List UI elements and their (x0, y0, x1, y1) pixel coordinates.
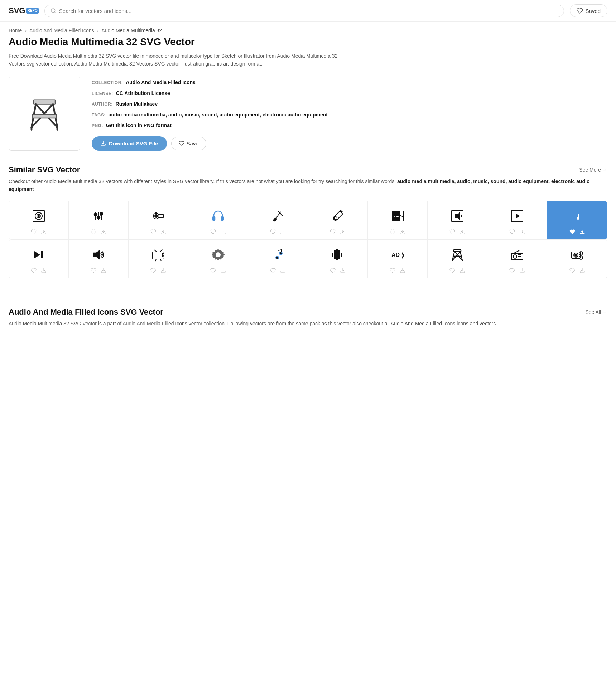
download-button[interactable] (279, 267, 287, 274)
list-item[interactable] (428, 201, 487, 239)
svg-marker-47 (516, 214, 520, 219)
list-item[interactable] (248, 240, 308, 278)
list-item[interactable] (69, 240, 129, 278)
like-button[interactable] (569, 267, 576, 274)
download-button[interactable] (100, 228, 107, 235)
svg-point-86 (513, 255, 517, 258)
download-button[interactable] (40, 267, 47, 274)
cell-actions (509, 228, 526, 235)
list-item[interactable] (69, 201, 129, 239)
download-button[interactable] (399, 267, 406, 274)
download-button[interactable] (459, 267, 466, 274)
svg-point-64 (216, 252, 221, 257)
list-item[interactable] (547, 240, 607, 278)
see-all-link[interactable]: See All → (585, 309, 607, 315)
cell-actions (569, 267, 586, 274)
list-item[interactable] (9, 240, 69, 278)
list-item[interactable] (129, 240, 188, 278)
download-button[interactable] (220, 267, 227, 274)
like-button[interactable] (389, 228, 396, 235)
like-button[interactable] (329, 228, 336, 235)
download-button[interactable] (220, 228, 227, 235)
list-item[interactable] (487, 201, 547, 239)
list-item[interactable] (129, 201, 188, 239)
similar-section-title: Similar SVG Vector (9, 165, 80, 174)
download-button[interactable] (399, 228, 406, 235)
like-button[interactable] (509, 267, 516, 274)
like-button[interactable] (509, 228, 516, 235)
download-button[interactable] (519, 228, 526, 235)
like-button[interactable] (449, 228, 456, 235)
icon-detail: COLLECTION: Audio And Media Filled Icons… (9, 77, 607, 151)
download-button[interactable] (459, 228, 466, 235)
icon-directors-chair (448, 245, 467, 264)
svg-rect-28 (213, 217, 215, 220)
download-button[interactable] (40, 228, 47, 235)
collection-section-header: Audio And Media Filled Icons SVG Vector … (9, 307, 607, 317)
like-button[interactable] (90, 228, 97, 235)
like-button[interactable] (30, 228, 37, 235)
download-button[interactable] (519, 267, 526, 274)
list-item[interactable] (308, 201, 368, 239)
like-button[interactable] (150, 228, 157, 235)
site-logo[interactable]: SVG REPO (9, 6, 39, 15)
icon-video-camera (149, 207, 168, 225)
download-button[interactable] (579, 228, 586, 235)
main-content: Audio Media Multimedia 32 SVG Vector Fre… (0, 36, 616, 327)
list-item[interactable] (188, 240, 248, 278)
svg-line-89 (514, 250, 519, 253)
download-button[interactable] (160, 267, 167, 274)
like-button[interactable] (389, 267, 396, 274)
like-button[interactable] (269, 228, 276, 235)
license-value: CC Attribution License (116, 90, 170, 96)
see-more-link[interactable]: See More → (579, 167, 607, 173)
list-item[interactable] (428, 240, 487, 278)
cell-actions (269, 267, 287, 274)
svg-rect-70 (332, 253, 333, 257)
list-item[interactable] (248, 201, 308, 239)
cell-actions (90, 267, 107, 274)
like-button[interactable] (150, 267, 157, 274)
download-button[interactable] (100, 267, 107, 274)
icon-meta: COLLECTION: Audio And Media Filled Icons… (92, 77, 607, 151)
like-button[interactable] (449, 267, 456, 274)
like-button[interactable] (210, 267, 217, 274)
list-item[interactable] (308, 240, 368, 278)
saved-button[interactable]: Saved (570, 4, 607, 17)
page-title: Audio Media Multimedia 32 SVG Vector (9, 36, 607, 48)
section-divider (9, 293, 607, 293)
breadcrumb-home[interactable]: Home (9, 28, 22, 33)
saved-label: Saved (585, 8, 601, 14)
download-button[interactable]: Download SVG File (92, 136, 167, 151)
svg-point-36 (334, 217, 337, 220)
like-button[interactable] (90, 267, 97, 274)
svg-rect-73 (338, 250, 340, 259)
like-button[interactable] (210, 228, 217, 235)
download-button[interactable] (579, 267, 586, 274)
list-item[interactable] (188, 201, 248, 239)
download-button[interactable] (339, 228, 346, 235)
svg-rect-71 (334, 250, 336, 259)
svg-point-93 (575, 254, 577, 256)
search-bar[interactable] (44, 5, 564, 17)
list-item[interactable]: OGG (368, 201, 428, 239)
list-item[interactable] (487, 240, 547, 278)
list-item[interactable] (9, 201, 69, 239)
like-button[interactable] (269, 267, 276, 274)
download-button[interactable] (339, 267, 346, 274)
similar-section: Similar SVG Vector See More → Checkout o… (9, 165, 607, 278)
cell-actions (449, 228, 466, 235)
like-button[interactable] (329, 267, 336, 274)
search-input[interactable] (59, 8, 558, 14)
list-item[interactable] (547, 201, 607, 239)
download-button[interactable] (279, 228, 287, 235)
breadcrumb-collection[interactable]: Audio And Media Filled Icons (29, 28, 94, 33)
like-button[interactable] (569, 228, 576, 235)
list-item[interactable]: AD (368, 240, 428, 278)
like-button[interactable] (30, 267, 37, 274)
save-button[interactable]: Save (171, 137, 206, 150)
download-button[interactable] (160, 228, 167, 235)
tags-value: audio media multimedia, audio, music, so… (109, 112, 328, 118)
svg-marker-44 (455, 212, 460, 220)
png-link[interactable]: Get this icon in PNG format (106, 123, 172, 128)
